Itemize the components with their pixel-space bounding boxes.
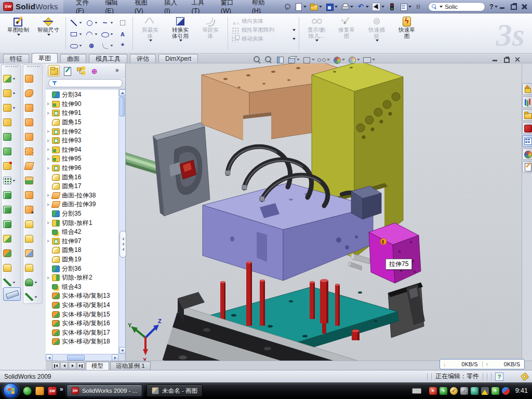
- revolved-surface-tool[interactable]: [25, 89, 42, 98]
- feature-tree-item[interactable]: 切除-放样1: [46, 218, 118, 228]
- feature-tree-item[interactable]: 实体-移动/复制18: [46, 337, 118, 347]
- tab-mold-tools[interactable]: 模具工具: [89, 54, 127, 63]
- dropdown-caret-icon[interactable]: [111, 45, 113, 46]
- feature-tree-item[interactable]: 拉伸92: [46, 127, 118, 136]
- extruded-cut-tool[interactable]: [3, 89, 20, 98]
- dropdown-caret-icon[interactable]: [95, 33, 98, 35]
- convert-entities-button[interactable]: 转换实 体引用: [165, 15, 195, 52]
- trim-entities-button[interactable]: 剪裁实 体: [135, 15, 165, 52]
- search-dropdown-caret-icon[interactable]: [440, 6, 443, 8]
- dropdown-caret-icon[interactable]: [79, 45, 82, 46]
- zoom-area-icon[interactable]: [264, 55, 273, 64]
- open-document-icon[interactable]: [309, 2, 323, 12]
- menu-item[interactable]: 窗口(W): [216, 0, 247, 13]
- dropdown-caret-icon[interactable]: [13, 180, 16, 181]
- pin-icon[interactable]: [282, 2, 292, 12]
- display-style-icon[interactable]: [302, 55, 315, 64]
- dropdown-caret-icon[interactable]: [149, 39, 152, 42]
- toolbox-tab[interactable]: [522, 122, 532, 134]
- dropdown-caret-icon[interactable]: [292, 29, 296, 31]
- panel-splitter-handle[interactable]: [119, 231, 126, 258]
- feature-tree-item[interactable]: 实体-移动/复制15: [46, 310, 118, 319]
- display-delete-relations-button[interactable]: 显示/删 除几...: [301, 15, 331, 52]
- edit-appearance-icon[interactable]: [332, 55, 345, 64]
- surface-spline-tool[interactable]: [25, 292, 42, 301]
- feature-tree-item[interactable]: 拉伸96: [46, 164, 118, 173]
- feature-tree-item[interactable]: 圆角15: [46, 118, 118, 127]
- dropdown-caret-icon[interactable]: [350, 6, 353, 8]
- scrollbar-thumb[interactable]: [119, 97, 125, 116]
- feature-tree-item[interactable]: 曲面-拉伸38: [46, 191, 118, 201]
- feature-tree-item[interactable]: 拉伸93: [46, 136, 118, 145]
- combine-bodies-tool[interactable]: [3, 191, 20, 200]
- move-copy-body-tool[interactable]: [3, 249, 20, 258]
- tree-vertical-scrollbar[interactable]: [118, 89, 125, 354]
- swept-surface-tool[interactable]: [25, 103, 42, 112]
- doc-restore-button[interactable]: [502, 56, 510, 63]
- lofted-surface-tool[interactable]: [25, 118, 42, 127]
- scroll-up-button[interactable]: [119, 89, 125, 96]
- tab-dimxpert[interactable]: DimXpert: [158, 54, 198, 63]
- extruded-surface-tool[interactable]: [25, 74, 42, 83]
- feature-tree-item[interactable]: 实体-移动/复制13: [46, 291, 118, 301]
- taskbar-clock[interactable]: 9:41: [515, 387, 528, 394]
- dropdown-caret-icon[interactable]: [376, 39, 379, 42]
- straight-slot-tool[interactable]: [68, 40, 84, 51]
- model-tab[interactable]: 模型: [86, 362, 109, 370]
- feature-tree-item[interactable]: 组合43: [46, 282, 118, 291]
- revolved-boss-tool[interactable]: [3, 132, 20, 141]
- save-icon[interactable]: [324, 2, 339, 12]
- keyboard-layout-icon[interactable]: [412, 388, 421, 394]
- dropdown-caret-icon[interactable]: [13, 92, 16, 94]
- dropdown-caret-icon[interactable]: [312, 59, 315, 61]
- undo-icon[interactable]: ↶: [355, 2, 370, 12]
- menu-item[interactable]: 文件(F): [71, 0, 100, 13]
- feature-tree-item[interactable]: 实体-移动/复制17: [46, 328, 118, 337]
- first-tab-button[interactable]: [52, 362, 60, 369]
- corner-rectangle-tool[interactable]: [68, 29, 84, 40]
- propertymanager-tab[interactable]: [61, 65, 73, 76]
- ruled-surface-tool[interactable]: [25, 191, 42, 200]
- quicklaunch-app-icon[interactable]: [35, 387, 44, 395]
- measure-button[interactable]: [3, 287, 21, 301]
- dropdown-caret-icon[interactable]: [408, 6, 411, 8]
- toggle-icon[interactable]: [414, 2, 424, 12]
- spline-tool[interactable]: ~: [99, 17, 115, 29]
- tab-sketch[interactable]: 草图: [32, 53, 58, 63]
- feature-tree-item[interactable]: 圆角17: [46, 182, 118, 191]
- featuremanager-tab[interactable]: [48, 65, 60, 76]
- view-palette-tab[interactable]: [522, 135, 532, 147]
- feature-tree-item[interactable]: 拉伸91: [46, 109, 118, 118]
- tab-surfaces[interactable]: 曲面: [60, 54, 86, 63]
- ellipse-tool[interactable]: [99, 29, 115, 40]
- graphics-viewport[interactable]: Y Z X 拉伸75: [126, 63, 522, 361]
- swept-boss-tool[interactable]: [3, 118, 20, 127]
- zoom-fit-icon[interactable]: [252, 55, 262, 64]
- extend-surface-tool[interactable]: [25, 234, 42, 243]
- trim-surface-tool[interactable]: [25, 249, 42, 258]
- quick-tips-help-button[interactable]: ?: [495, 373, 503, 381]
- sketch-fillet-tool[interactable]: [99, 40, 115, 51]
- dropdown-caret-icon[interactable]: [95, 22, 98, 23]
- feature-tree-item[interactable]: 曲面-拉伸39: [46, 200, 118, 209]
- boss-extrude-tool[interactable]: [3, 74, 20, 83]
- tray-volume-icon[interactable]: ♪: [460, 387, 468, 395]
- dropdown-caret-icon[interactable]: [13, 78, 16, 79]
- repair-sketch-button[interactable]: 修复草 图: [331, 15, 362, 52]
- feature-tree-item[interactable]: 拉伸94: [46, 145, 118, 155]
- selection-filter-icon[interactable]: [387, 2, 397, 12]
- quicklaunch-messenger-icon[interactable]: [23, 387, 32, 395]
- feature-tree-item[interactable]: 分割35: [46, 209, 118, 219]
- offset-surface-tool[interactable]: [25, 176, 42, 185]
- feature-tree-item[interactable]: 拉伸97: [46, 237, 118, 246]
- feature-tree-item[interactable]: 分割36: [46, 264, 118, 273]
- dropdown-caret-icon[interactable]: [303, 6, 307, 8]
- dropdown-caret-icon[interactable]: [13, 107, 16, 109]
- feature-tree-item[interactable]: 实体-移动/复制14: [46, 301, 118, 310]
- minimize-button[interactable]: [498, 3, 507, 11]
- tray-defense-icon[interactable]: +: [491, 387, 499, 395]
- search-input[interactable]: Solic: [428, 2, 485, 11]
- dropdown-caret-icon[interactable]: [79, 33, 82, 35]
- sketch-button[interactable]: 草图绘制: [3, 15, 33, 52]
- dropdown-caret-icon[interactable]: [179, 39, 182, 42]
